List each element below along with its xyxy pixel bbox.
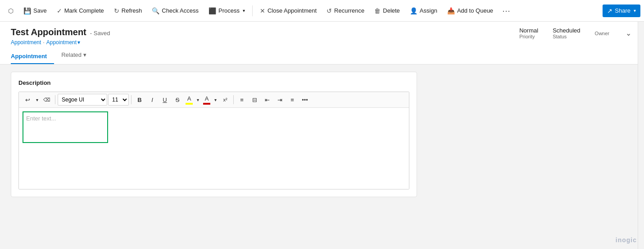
highlight-icon: A xyxy=(187,95,191,102)
record-saved-status: - Saved xyxy=(90,30,110,37)
more-options-button[interactable]: ⋯ xyxy=(499,3,514,18)
underline-button[interactable]: U xyxy=(159,94,171,106)
rte-divider-3 xyxy=(233,95,234,104)
check-icon: ✓ xyxy=(57,7,62,14)
align-button[interactable]: ≡ xyxy=(286,94,298,106)
owner-label: Owner xyxy=(595,31,609,36)
highlight-button[interactable]: A xyxy=(184,94,194,106)
tab-appointment-label: Appointment xyxy=(11,53,47,60)
tab-related[interactable]: Related ▾ xyxy=(61,51,86,62)
back-icon: ⬡ xyxy=(8,7,14,14)
tab-appointment[interactable]: Appointment xyxy=(11,49,54,64)
description-section: Description ↩ ▾ ⌫ Segoe UI 11 xyxy=(11,72,417,197)
font-size-select[interactable]: 11 xyxy=(108,94,129,106)
close-appointment-icon: ✕ xyxy=(260,7,265,14)
recurrence-label: Recurrence xyxy=(334,7,364,14)
tab-related-dropdown-icon: ▾ xyxy=(83,51,86,58)
font-color-bar xyxy=(203,103,210,105)
numbered-list-button[interactable]: ⊟ xyxy=(249,94,260,106)
refresh-icon: ↻ xyxy=(114,7,119,14)
font-family-select[interactable]: Segoe UI xyxy=(58,94,107,106)
status-value: Scheduled xyxy=(553,27,580,34)
assign-label: Assign xyxy=(420,7,437,14)
decrease-indent-button[interactable]: ⇤ xyxy=(261,94,273,106)
scrollbar-panel xyxy=(638,22,644,212)
save-icon: 💾 xyxy=(23,7,31,14)
status-label: Status xyxy=(553,34,567,39)
status-expand-button[interactable]: ⌄ xyxy=(624,27,633,39)
process-button[interactable]: ⬛ Process ▾ xyxy=(204,5,249,17)
rte-placeholder: Enter text... xyxy=(26,115,56,122)
breadcrumb-item-1[interactable]: Appointment xyxy=(11,39,41,46)
description-title: Description xyxy=(18,79,409,86)
mark-complete-button[interactable]: ✓ Mark Complete xyxy=(52,5,109,17)
add-to-queue-icon: 📥 xyxy=(447,7,455,14)
delete-label: Delete xyxy=(383,7,400,14)
highlight-group: A ▾ xyxy=(184,94,201,106)
share-label: Share xyxy=(615,7,630,14)
share-button[interactable]: ↗ Share ▾ xyxy=(603,5,640,17)
font-color-icon: A xyxy=(205,95,209,102)
undo-dropdown-button[interactable]: ▾ xyxy=(34,94,40,106)
refresh-button[interactable]: ↻ Refresh xyxy=(109,5,147,17)
font-color-group: A ▾ xyxy=(202,94,218,106)
increase-indent-button[interactable]: ⇥ xyxy=(274,94,286,106)
italic-button[interactable]: I xyxy=(146,94,158,106)
close-appointment-label: Close Appointment xyxy=(268,7,317,14)
superscript-button[interactable]: x² xyxy=(219,94,231,106)
rte-divider-1 xyxy=(55,95,55,104)
record-title: Test Appointment xyxy=(11,27,86,37)
record-tabs: Appointment Related ▾ xyxy=(11,49,633,64)
add-to-queue-button[interactable]: 📥 Add to Queue xyxy=(443,5,498,17)
process-icon: ⬛ xyxy=(209,7,216,14)
rich-text-editor: ↩ ▾ ⌫ Segoe UI 11 B I U S xyxy=(18,92,409,189)
status-field: Scheduled Status xyxy=(553,27,580,39)
more-rte-options-button[interactable]: ••• xyxy=(299,94,311,106)
save-button[interactable]: 💾 Save xyxy=(19,5,51,17)
clear-format-button[interactable]: ⌫ xyxy=(41,94,53,106)
check-access-button[interactable]: 🔍 Check Access xyxy=(147,5,203,17)
main-toolbar: ⬡ 💾 Save ✓ Mark Complete ↻ Refresh 🔍 Che… xyxy=(0,0,644,22)
record-header: Test Appointment - Saved Appointment · A… xyxy=(0,22,644,65)
highlight-color-bar xyxy=(186,103,193,105)
assign-icon: 👤 xyxy=(410,7,417,14)
breadcrumb-item-2-label: Appointment xyxy=(46,39,77,46)
breadcrumb-item-2[interactable]: Appointment ▾ xyxy=(46,39,80,46)
bullet-list-button[interactable]: ≡ xyxy=(236,94,248,106)
priority-field: Normal Priority xyxy=(519,27,538,39)
add-to-queue-label: Add to Queue xyxy=(457,7,493,14)
tab-related-label: Related xyxy=(61,51,82,58)
font-color-dropdown-button[interactable]: ▾ xyxy=(212,94,218,106)
breadcrumb-separator: · xyxy=(43,39,44,46)
check-access-icon: 🔍 xyxy=(152,7,159,14)
save-label: Save xyxy=(33,7,47,14)
toolbar-divider-1 xyxy=(252,5,253,16)
rte-text-input[interactable]: Enter text... xyxy=(23,111,108,143)
close-appointment-button[interactable]: ✕ Close Appointment xyxy=(255,5,321,17)
back-button[interactable]: ⬡ xyxy=(4,5,18,17)
highlight-dropdown-button[interactable]: ▾ xyxy=(195,94,201,106)
process-label: Process xyxy=(218,7,240,14)
owner-field: Owner xyxy=(595,31,609,36)
record-status-area: Normal Priority Scheduled Status Owner ⌄ xyxy=(519,27,633,39)
undo-group: ↩ ▾ xyxy=(22,94,40,106)
assign-button[interactable]: 👤 Assign xyxy=(405,5,442,17)
recurrence-icon: ↺ xyxy=(327,7,332,14)
mark-complete-label: Mark Complete xyxy=(64,7,104,14)
share-icon: ↗ xyxy=(607,7,612,14)
refresh-label: Refresh xyxy=(122,7,142,14)
recurrence-button[interactable]: ↺ Recurrence xyxy=(322,5,369,17)
breadcrumb-dropdown-icon: ▾ xyxy=(77,39,80,46)
delete-icon: 🗑 xyxy=(374,7,381,14)
main-content: Description ↩ ▾ ⌫ Segoe UI 11 xyxy=(0,65,428,212)
delete-button[interactable]: 🗑 Delete xyxy=(370,5,404,17)
rte-divider-2 xyxy=(131,95,132,104)
rte-toolbar: ↩ ▾ ⌫ Segoe UI 11 B I U S xyxy=(19,92,409,108)
undo-button[interactable]: ↩ xyxy=(22,94,33,106)
bold-button[interactable]: B xyxy=(134,94,145,106)
strikethrough-button[interactable]: S xyxy=(172,94,183,106)
breadcrumb: Appointment · Appointment ▾ xyxy=(11,39,110,46)
priority-label: Priority xyxy=(519,34,535,39)
rte-body[interactable]: Enter text... xyxy=(19,108,409,189)
font-color-button[interactable]: A xyxy=(202,94,212,106)
